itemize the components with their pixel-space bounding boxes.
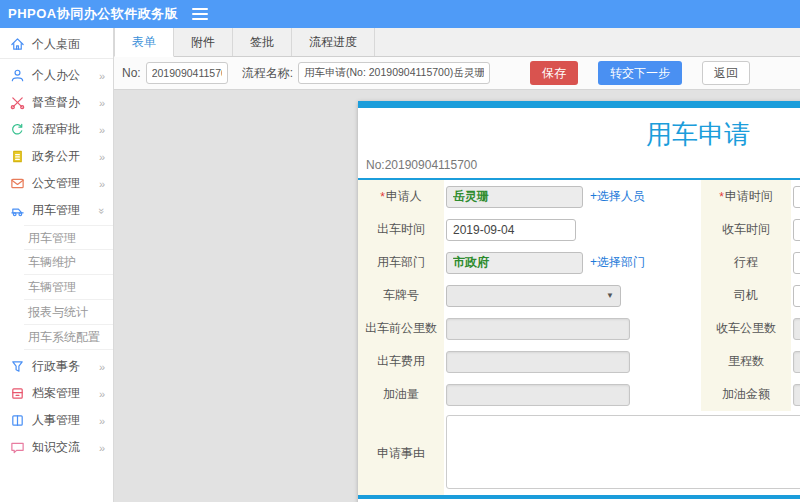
sidebar-item-label: 人事管理 bbox=[32, 412, 80, 429]
sidebar-item-desktop[interactable]: 个人桌面 bbox=[0, 30, 113, 59]
sidebar-item-label: 个人办公 bbox=[32, 67, 80, 84]
sidebar-item-workflow-approval[interactable]: 流程审批 » bbox=[0, 116, 113, 143]
sidebar-item-admin-affairs[interactable]: 行政事务 » bbox=[0, 353, 113, 380]
department-label: 用车部门 bbox=[358, 246, 444, 279]
return-time-input[interactable] bbox=[793, 219, 800, 241]
submenu-item-vehicle-maintenance[interactable]: 车辆维护 bbox=[24, 250, 113, 275]
driver-input[interactable] bbox=[793, 285, 800, 307]
chevron-right-icon: » bbox=[99, 124, 105, 136]
flow-name-input[interactable] bbox=[298, 62, 490, 84]
chevron-right-icon: » bbox=[99, 97, 105, 109]
fuel-amount-label: 加油量 bbox=[358, 378, 444, 411]
sidebar-item-label: 个人桌面 bbox=[32, 36, 80, 53]
submenu-item-reports-stats[interactable]: 报表与统计 bbox=[24, 300, 113, 325]
chevron-right-icon: » bbox=[99, 415, 105, 427]
approval-cycle-icon bbox=[10, 122, 25, 137]
archive-icon bbox=[10, 386, 25, 401]
fuel-cost-input bbox=[793, 384, 800, 406]
form-grid: *申请人 +选择人员 *申请时间 出车时间 收车时间 用车部 bbox=[358, 180, 800, 411]
reason-label: 申请事由 bbox=[358, 411, 444, 495]
fuel-amount-input bbox=[446, 384, 630, 406]
submenu-item-vehicle-use[interactable]: 用车管理 bbox=[24, 225, 113, 250]
sidebar-item-label: 督查督办 bbox=[32, 94, 80, 111]
trip-cost-label: 出车费用 bbox=[358, 345, 444, 378]
vehicle-request-form-panel: 用车申请 No:20190904115700 *申请人 +选择人员 *申请时间 … bbox=[358, 101, 800, 502]
vehicle-submenu: 用车管理 车辆维护 车辆管理 报表与统计 用车系统配置 bbox=[0, 225, 113, 350]
km-return-input bbox=[793, 318, 800, 340]
itinerary-input[interactable] bbox=[793, 252, 800, 274]
menu-icon[interactable] bbox=[192, 5, 208, 23]
sidebar-item-label: 政务公开 bbox=[32, 148, 80, 165]
department-input[interactable] bbox=[446, 252, 583, 274]
content-area: 用车申请 No:20190904115700 *申请人 +选择人员 *申请时间 … bbox=[114, 90, 800, 502]
reason-textarea[interactable] bbox=[446, 415, 800, 489]
km-return-label: 收车公里数 bbox=[701, 312, 791, 345]
tab-bar: 表单 附件 签批 流程进度 bbox=[114, 28, 800, 57]
mileage-label: 里程数 bbox=[701, 345, 791, 378]
flow-name-label: 流程名称: bbox=[242, 65, 293, 82]
top-bar: PHPOA协同办公软件政务版 bbox=[0, 0, 800, 28]
apply-time-label: *申请时间 bbox=[701, 180, 791, 213]
chevron-right-icon: » bbox=[99, 178, 105, 190]
panel-section-divider bbox=[358, 495, 800, 499]
sidebar-item-label: 用车管理 bbox=[32, 202, 80, 219]
sidebar-item-knowledge[interactable]: 知识交流 » bbox=[0, 434, 113, 461]
plate-no-label: 车牌号 bbox=[358, 279, 444, 312]
trip-cost-input bbox=[446, 351, 630, 373]
app-title: PHPOA协同办公软件政务版 bbox=[0, 5, 178, 23]
book-icon bbox=[10, 413, 25, 428]
sidebar: 个人桌面 个人办公 » 督查督办 » 流程审批 » 政务公开 » bbox=[0, 28, 114, 502]
submenu-item-vehicle-config[interactable]: 用车系统配置 bbox=[24, 325, 113, 350]
sidebar-item-archives[interactable]: 档案管理 » bbox=[0, 380, 113, 407]
driver-label: 司机 bbox=[701, 279, 791, 312]
back-button[interactable]: 返回 bbox=[702, 61, 750, 85]
gov-doc-icon bbox=[10, 149, 25, 164]
sidebar-item-label: 知识交流 bbox=[32, 439, 80, 456]
apply-time-input[interactable] bbox=[793, 186, 800, 208]
sidebar-item-gov-disclosure[interactable]: 政务公开 » bbox=[0, 143, 113, 170]
sidebar-item-label: 公文管理 bbox=[32, 175, 80, 192]
form-title: 用车申请 bbox=[358, 108, 800, 155]
reason-row: 申请事由 bbox=[358, 411, 800, 495]
required-mark: * bbox=[380, 190, 385, 204]
sidebar-item-official-docs[interactable]: 公文管理 » bbox=[0, 170, 113, 197]
chevron-right-icon: » bbox=[99, 151, 105, 163]
app-window: PHPOA协同办公软件政务版 个人桌面 个人办公 » 督查督办 » 流程审批 bbox=[0, 0, 800, 502]
applicant-label: *申请人 bbox=[358, 180, 444, 213]
depart-time-label: 出车时间 bbox=[358, 213, 444, 246]
tab-attachments[interactable]: 附件 bbox=[174, 28, 233, 56]
chevron-right-icon: » bbox=[99, 70, 105, 82]
select-person-link[interactable]: +选择人员 bbox=[590, 188, 645, 205]
applicant-input[interactable] bbox=[446, 186, 583, 208]
itinerary-label: 行程 bbox=[701, 246, 791, 279]
save-button[interactable]: 保存 bbox=[530, 61, 578, 85]
car-icon bbox=[10, 203, 25, 218]
plate-no-select[interactable]: ▼ bbox=[446, 285, 621, 307]
dropdown-arrow-icon: ▼ bbox=[606, 291, 614, 300]
chevron-down-icon: » bbox=[96, 207, 108, 213]
chevron-right-icon: » bbox=[99, 442, 105, 454]
submenu-item-vehicle-admin[interactable]: 车辆管理 bbox=[24, 275, 113, 300]
chat-icon bbox=[10, 440, 25, 455]
sidebar-item-hr[interactable]: 人事管理 » bbox=[0, 407, 113, 434]
sidebar-item-personal-office[interactable]: 个人办公 » bbox=[0, 62, 113, 89]
fuel-cost-label: 加油金额 bbox=[701, 378, 791, 411]
no-label: No: bbox=[122, 66, 141, 80]
flow-toolbar: No: 流程名称: 保存 转交下一步 返回 bbox=[114, 57, 800, 90]
required-mark: * bbox=[719, 190, 724, 204]
km-before-label: 出车前公里数 bbox=[358, 312, 444, 345]
mileage-input bbox=[793, 351, 800, 373]
depart-time-input[interactable] bbox=[446, 219, 576, 241]
forward-next-step-button[interactable]: 转交下一步 bbox=[598, 61, 682, 85]
supervise-icon bbox=[10, 95, 25, 110]
sidebar-item-supervision[interactable]: 督查督办 » bbox=[0, 89, 113, 116]
chevron-right-icon: » bbox=[99, 361, 105, 373]
sidebar-item-label: 档案管理 bbox=[32, 385, 80, 402]
tab-signoff[interactable]: 签批 bbox=[233, 28, 292, 56]
tab-progress[interactable]: 流程进度 bbox=[292, 28, 375, 56]
tab-form[interactable]: 表单 bbox=[114, 28, 174, 57]
select-department-link[interactable]: +选择部门 bbox=[590, 254, 645, 271]
sidebar-item-label: 行政事务 bbox=[32, 358, 80, 375]
sidebar-item-vehicle-mgmt[interactable]: 用车管理 » bbox=[0, 197, 113, 224]
no-input[interactable] bbox=[146, 62, 228, 84]
